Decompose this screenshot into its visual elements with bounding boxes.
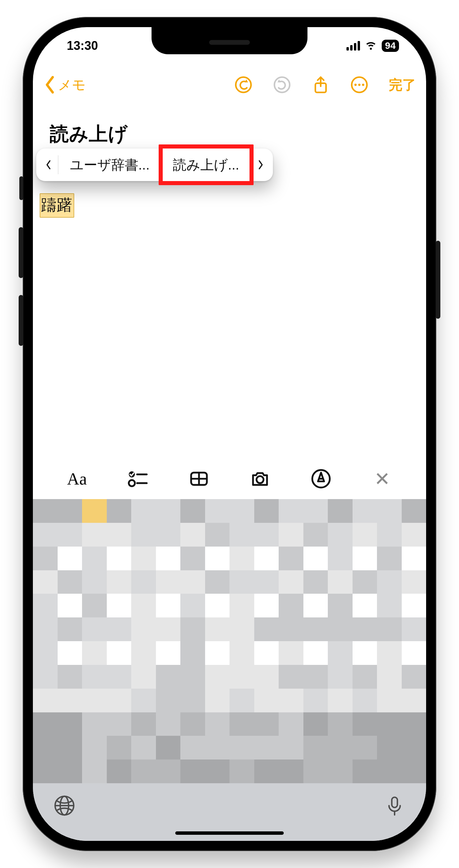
screen: 13:30 94 メモ [33,27,426,841]
volume-down-button[interactable] [19,295,23,346]
wifi-icon [365,38,377,54]
note-title[interactable]: 読み上げ [50,121,409,147]
battery-badge: 94 [382,40,399,52]
selected-text-wrapper: 躊躇 [40,193,74,218]
table-button[interactable] [187,467,211,491]
back-button[interactable]: メモ [43,75,86,94]
share-button[interactable] [312,76,330,94]
svg-point-4 [354,84,357,86]
svg-point-9 [129,480,135,486]
home-indicator[interactable] [175,831,284,835]
keyboard[interactable] [33,499,426,783]
text-format-button[interactable]: Aa [65,467,89,491]
cellular-signal-icon [346,41,360,51]
notch [152,27,307,54]
checklist-button[interactable] [126,467,150,491]
markup-button[interactable] [309,467,333,491]
phone-frame: 13:30 94 メモ [23,17,436,851]
dictation-button[interactable] [383,794,406,818]
nav-bar: メモ 完了 [33,64,426,105]
menu-item-speak-label: 読み上げ... [173,157,239,172]
back-label: メモ [58,76,86,94]
selected-text[interactable]: 躊躇 [40,193,74,218]
globe-button[interactable] [53,794,76,818]
svg-point-6 [362,84,364,86]
chevron-left-icon [43,75,57,94]
volume-up-button[interactable] [19,227,23,278]
menu-item-speak[interactable]: 読み上げ... [161,149,251,181]
more-button[interactable] [350,76,368,94]
done-button[interactable]: 完了 [389,76,416,94]
camera-button[interactable] [248,467,272,491]
svg-point-1 [275,77,290,93]
menu-item-user-dictionary[interactable]: ユーザ辞書... [58,149,161,181]
svg-rect-20 [392,797,398,807]
menu-next-button[interactable] [251,159,270,171]
clock: 13:30 [57,39,98,53]
format-toolbar: Aa ✕ [33,458,426,499]
svg-point-5 [358,84,361,86]
close-toolbar-button[interactable]: ✕ [370,467,394,491]
svg-point-14 [257,476,264,483]
text-selection-menu: ユーザ辞書... 読み上げ... [36,149,273,181]
svg-point-0 [236,77,251,93]
mute-switch[interactable] [19,176,23,200]
power-button[interactable] [436,241,440,319]
menu-prev-button[interactable] [39,159,58,171]
undo-button[interactable] [234,76,253,94]
redo-button [273,76,291,94]
